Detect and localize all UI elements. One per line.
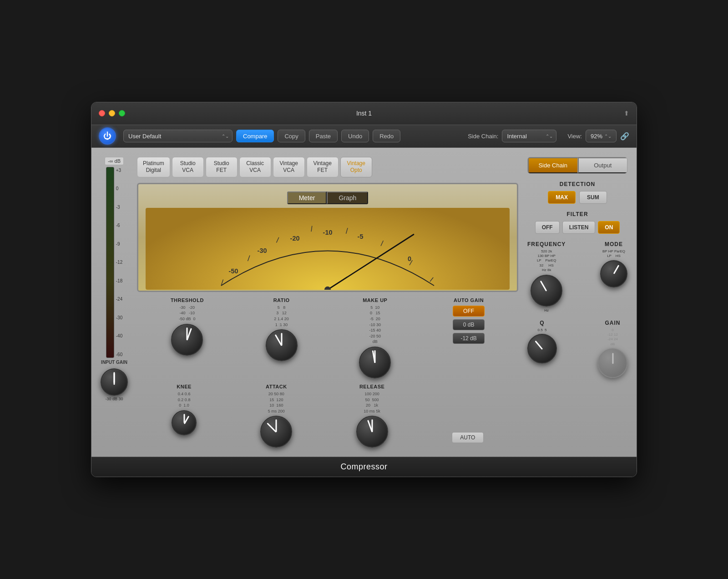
tab-vintage-opto[interactable]: Vintage Opto <box>340 157 372 177</box>
ratio-label: RATIO <box>273 297 290 303</box>
svg-text:-5: -5 <box>358 232 364 240</box>
knobs-row-1: THRESHOLD -30 -20-40 -10-50 dB 0 RATIO 5… <box>137 297 518 378</box>
detection-sum-btn[interactable]: SUM <box>579 191 607 204</box>
knobs-row-2: KNEE 0.4 0.60.2 0.80 1.0 ATTACK 20 50 80… <box>137 384 518 448</box>
svg-text:-10: -10 <box>323 228 333 236</box>
q-knob[interactable] <box>527 334 557 363</box>
svg-line-13 <box>430 277 433 282</box>
svg-line-8 <box>277 237 279 243</box>
vu-inf-label: -∞ dB <box>105 157 124 165</box>
frequency-knob[interactable] <box>531 275 562 307</box>
ratio-group: RATIO 5 83 122 1.4 201 :1 30 <box>266 297 298 361</box>
sidechain-tab[interactable]: Side Chain <box>528 157 578 173</box>
right-section: Side Chain Output DETECTION MAX SUM FILT… <box>527 157 627 448</box>
makeup-group: MAKE UP 5 100 15-5 20-10 30-15 40-20 50d… <box>359 297 391 378</box>
frequency-section: FREQUENCY 520 2k130 BP HPLP ParEQ32 HSHz… <box>527 241 566 312</box>
redo-button[interactable]: Redo <box>373 130 400 142</box>
q-section: Q 0.5 5 <box>527 320 557 378</box>
frequency-label: FREQUENCY <box>527 241 566 247</box>
tab-studio-fet[interactable]: Studio FET <box>206 157 238 177</box>
preset-selector[interactable]: User Default <box>123 130 233 142</box>
view-percent[interactable]: 92% ⌃⌄ <box>586 130 617 142</box>
title-bar: Inst 1 ⬆ <box>91 102 637 125</box>
svg-point-15 <box>324 287 331 290</box>
detection-title: DETECTION <box>527 181 627 187</box>
release-label: RELEASE <box>359 384 384 389</box>
makeup-knob[interactable] <box>359 347 391 378</box>
link-icon[interactable]: 🔗 <box>620 132 629 141</box>
vu-meter-section: -∞ dB +3 0 -3 -6 -9 -12 -18 -24 -30 -40 … <box>101 157 128 448</box>
tab-classic-vca[interactable]: Classic VCA <box>239 157 271 177</box>
maximize-button[interactable] <box>119 110 125 116</box>
power-button[interactable]: ⏻ <box>99 127 116 145</box>
toolbar: ⏻ User Default Compare Copy Paste Undo R… <box>91 125 637 148</box>
detection-max-btn[interactable]: MAX <box>548 191 576 204</box>
svg-line-10 <box>346 228 348 234</box>
filter-on-btn[interactable]: ON <box>598 221 620 234</box>
copy-button[interactable]: Copy <box>278 130 305 142</box>
knee-knob[interactable] <box>172 410 197 435</box>
sidechain-selector-wrapper: Internal <box>502 130 556 142</box>
filter-off-btn[interactable]: OFF <box>535 221 560 234</box>
tab-studio-vca[interactable]: Studio VCA <box>172 157 204 177</box>
sidechain-label: Side Chain: <box>468 133 498 140</box>
view-label: View: <box>567 133 582 140</box>
knee-label: KNEE <box>177 384 192 389</box>
tab-vintage-fet[interactable]: Vintage FET <box>307 157 339 177</box>
detection-buttons: MAX SUM <box>527 191 627 204</box>
vu-arc-svg: -50 -30 -20 -10 -5 0 <box>146 208 510 290</box>
compare-button[interactable]: Compare <box>236 130 274 142</box>
svg-text:-50: -50 <box>229 267 238 275</box>
vu-meter <box>106 167 114 358</box>
attack-knob[interactable] <box>260 416 292 448</box>
sidechain-selector[interactable]: Internal <box>502 130 556 142</box>
gain-label: GAIN <box>605 320 621 326</box>
plugin-window: Inst 1 ⬆ ⏻ User Default Compare Copy Pas… <box>91 102 637 478</box>
svg-line-11 <box>381 241 383 246</box>
window-icon: ⬆ <box>624 110 629 117</box>
auto-button-group: AUTO <box>452 384 484 443</box>
ratio-knob[interactable] <box>266 329 298 361</box>
tab-platinum-digital[interactable]: Platinum Digital <box>137 157 170 177</box>
window-title: Inst 1 <box>356 110 372 117</box>
plugin-title: Compressor <box>340 462 387 472</box>
window-controls <box>99 110 125 116</box>
auto-gain-off-btn[interactable]: OFF <box>453 306 485 317</box>
knee-group: KNEE 0.4 0.60.2 0.80 1.0 <box>172 384 197 435</box>
output-tab[interactable]: Output <box>578 157 627 173</box>
auto-gain-section: AUTO GAIN OFF 0 dB -12 dB <box>453 297 485 344</box>
input-gain-label: INPUT GAIN <box>101 360 127 365</box>
mode-knob[interactable] <box>600 260 627 287</box>
filter-section: FILTER OFF LISTEN ON <box>527 211 627 234</box>
filter-listen-btn[interactable]: LISTEN <box>562 221 596 234</box>
filter-title: FILTER <box>527 211 627 217</box>
meter-tab[interactable]: Meter <box>287 191 327 204</box>
auto-button[interactable]: AUTO <box>452 432 484 443</box>
bottom-bar: Compressor <box>91 457 637 477</box>
vu-display: Meter Graph -50 -30 -20 -10 -5 0 <box>137 183 518 292</box>
mode-section: MODE BP HP ParEQLP HS <box>600 241 627 312</box>
gain-knob[interactable] <box>598 348 627 378</box>
auto-gain-label: AUTO GAIN <box>454 297 484 303</box>
threshold-label: THRESHOLD <box>171 297 204 303</box>
paste-button[interactable]: Paste <box>309 130 338 142</box>
threshold-group: THRESHOLD -30 -20-40 -10-50 dB 0 <box>171 297 204 356</box>
gain-section: GAIN 0-12 12-24 24dB <box>598 320 627 378</box>
meter-graph-tabs: Meter Graph <box>146 191 510 204</box>
auto-gain-12db-btn[interactable]: -12 dB <box>453 333 485 344</box>
attack-label: ATTACK <box>266 384 287 389</box>
threshold-knob[interactable] <box>171 324 203 356</box>
minimize-button[interactable] <box>109 110 115 116</box>
sidechain-section: Side Chain: Internal <box>468 130 556 142</box>
undo-button[interactable]: Undo <box>341 130 369 142</box>
svg-text:-30: -30 <box>258 247 267 254</box>
graph-tab[interactable]: Graph <box>327 191 368 204</box>
attack-group: ATTACK 20 50 8015 12010 1605 ms 200 <box>260 384 292 448</box>
close-button[interactable] <box>99 110 105 116</box>
input-gain-knob[interactable] <box>101 368 128 396</box>
auto-gain-0db-btn[interactable]: 0 dB <box>453 319 485 330</box>
sc-output-tabs: Side Chain Output <box>527 157 627 174</box>
release-knob[interactable] <box>356 416 388 448</box>
comp-type-tabs: Platinum Digital Studio VCA Studio FET C… <box>137 157 518 177</box>
tab-vintage-vca[interactable]: Vintage VCA <box>273 157 305 177</box>
